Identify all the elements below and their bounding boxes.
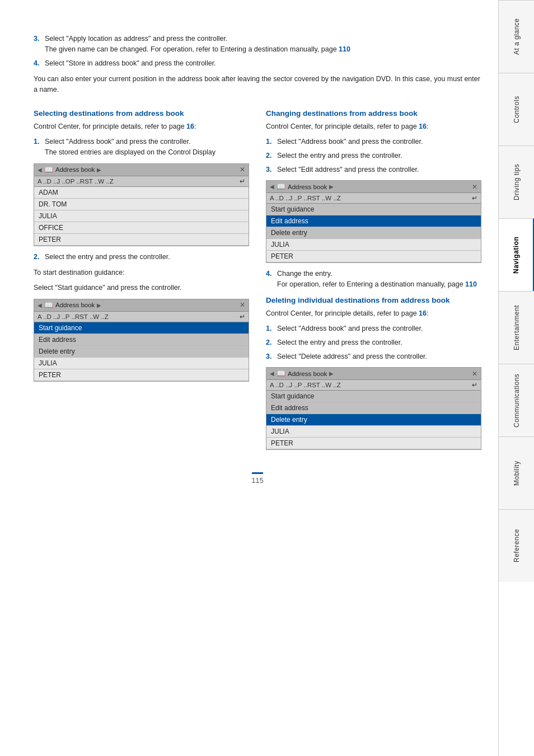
widget-2-title: Address book [55, 302, 95, 308]
widget-1-title: Address book [55, 166, 95, 173]
intro-step-3: 3. Select "Apply location as address" an… [34, 34, 481, 55]
right-column: Changing destinations from address book … [266, 109, 481, 456]
deleting-steps: 1. Select "Address book" and press the c… [266, 323, 481, 361]
widget-2-enter: ↵ [240, 313, 245, 321]
widget-1-row-peter[interactable]: PETER [34, 234, 249, 246]
widget-changing-header: ◀ 📖 Address book ▶ ✕ [266, 181, 481, 193]
widget-changing-row-peter[interactable]: PETER [266, 251, 481, 262]
widget-changing-title: Address book [288, 184, 327, 190]
widget-2-title-area: ◀ 📖 Address book ▶ [38, 301, 101, 309]
widget-2-book-icon: 📖 [44, 301, 53, 309]
widget-deleting-alpha-bar: A ..D ..J ..P ..RST ..W ..Z ↵ [266, 380, 481, 391]
widget-1-row-dr-tom[interactable]: DR. TOM [34, 199, 249, 210]
widget-deleting-row-start-guidance[interactable]: Start guidance [266, 391, 481, 402]
widget-1-alpha-bar: A ..D ..J ..OP ..RST ..W ..Z ↵ [34, 176, 249, 187]
widget-1-enter: ↵ [240, 177, 245, 185]
selecting-step2-list: 2. Select the entry and press the contro… [34, 252, 249, 262]
widget-changing-row-start-guidance[interactable]: Start guidance [266, 204, 481, 215]
widget-deleting-left-arrow: ◀ [270, 370, 274, 377]
widget-changing-left-arrow: ◀ [270, 184, 274, 190]
widget-2-row-peter[interactable]: PETER [34, 369, 249, 381]
address-book-widget-2: ◀ 📖 Address book ▶ ✕ A ..D ..J ..P ..RST… [34, 299, 249, 382]
widget-deleting-row-delete-entry[interactable]: Delete entry [266, 414, 481, 426]
widget-changing-row-edit-address[interactable]: Edit address [266, 215, 481, 227]
left-column: Selecting destinations from address book… [34, 109, 249, 456]
widget-changing-close[interactable]: ✕ [472, 183, 477, 191]
tab-at-a-glance[interactable]: At a glance [499, 0, 534, 73]
step-3-text: Select "Apply location as address" and p… [45, 34, 481, 55]
widget-changing-book-icon: 📖 [277, 182, 285, 191]
widget-changing-alpha-bar: A ..D ..J ..P ..RST ..W ..Z ↵ [266, 193, 481, 204]
start-guidance-text-2: Select "Start guidance" and press the co… [34, 283, 249, 293]
selecting-steps: 1. Select "Address book" and press the c… [34, 137, 249, 158]
widget-deleting-row-julia[interactable]: JULIA [266, 426, 481, 438]
deleting-step-2: 2. Select the entry and press the contro… [266, 337, 481, 348]
widget-changing-title-area: ◀ 📖 Address book ▶ [270, 182, 334, 191]
page-number: 115 [251, 476, 264, 485]
address-book-widget-deleting: ◀ 📖 Address book ▶ ✕ A ..D ..J ..P ..RST… [266, 367, 481, 450]
intro-section: 3. Select "Apply location as address" an… [34, 34, 481, 95]
page-divider [252, 472, 263, 474]
widget-1-title-area: ◀ 📖 Address book ▶ [38, 166, 101, 174]
widget-1-row-office[interactable]: OFFICE [34, 222, 249, 234]
intro-body: You can also enter your current position… [34, 74, 481, 95]
widget-2-body: Start guidance Edit address Delete entry… [34, 322, 249, 381]
changing-intro: Control Center, for principle details, r… [266, 121, 481, 132]
widget-2-left-arrow: ◀ [38, 302, 42, 308]
page-number-container: 115 [34, 472, 481, 485]
widget-2-close[interactable]: ✕ [240, 301, 245, 309]
widget-1-close[interactable]: ✕ [240, 166, 245, 173]
address-book-widget-1: ◀ 📖 Address book ▶ ✕ A ..D ..J ..OP ..RS… [34, 163, 249, 246]
step-4-text: Select "Store in address book" and press… [45, 58, 481, 69]
selecting-step-2-text: Select the entry and press the controlle… [45, 252, 249, 262]
widget-deleting-book-icon: 📖 [277, 369, 285, 378]
widget-2-row-start-guidance[interactable]: Start guidance [34, 322, 249, 334]
widget-deleting-title-area: ◀ 📖 Address book ▶ [270, 369, 334, 378]
deleting-heading: Deleting individual destinations from ad… [266, 295, 481, 306]
widget-1-alpha: A ..D ..J ..OP ..RST ..W ..Z [38, 178, 114, 185]
widget-deleting-enter: ↵ [472, 381, 477, 389]
widget-deleting-row-peter[interactable]: PETER [266, 438, 481, 449]
deleting-step-3: 3. Select "Delete address" and press the… [266, 351, 481, 362]
widget-deleting-header: ◀ 📖 Address book ▶ ✕ [266, 368, 481, 380]
changing-heading: Changing destinations from address book [266, 109, 481, 119]
tab-navigation[interactable]: Navigation [499, 218, 534, 291]
tab-reference[interactable]: Reference [499, 509, 534, 582]
tab-entertainment[interactable]: Entertainment [499, 291, 534, 364]
tab-mobility[interactable]: Mobility [499, 436, 534, 509]
widget-1-header: ◀ 📖 Address book ▶ ✕ [34, 164, 249, 176]
widget-deleting-close[interactable]: ✕ [472, 370, 477, 378]
widget-1-left-arrow: ◀ [38, 167, 42, 173]
widget-2-row-julia[interactable]: JULIA [34, 358, 249, 369]
widget-changing-row-julia[interactable]: JULIA [266, 239, 481, 251]
main-content: 3. Select "Apply location as address" an… [0, 0, 498, 756]
widget-2-row-edit-address[interactable]: Edit address [34, 334, 249, 346]
tab-communications[interactable]: Communications [499, 364, 534, 436]
selecting-step-2: 2. Select the entry and press the contro… [34, 252, 249, 262]
widget-2-alpha: A ..D ..J ..P ..RST ..W ..Z [38, 313, 109, 320]
widget-2-header: ◀ 📖 Address book ▶ ✕ [34, 299, 249, 312]
widget-deleting-alpha: A ..D ..J ..P ..RST ..W ..Z [270, 382, 341, 388]
widget-changing-row-delete-entry[interactable]: Delete entry [266, 227, 481, 239]
widget-changing-enter: ↵ [472, 194, 477, 202]
widget-changing-body: Start guidance Edit address Delete entry… [266, 204, 481, 262]
widget-1-row-adam[interactable]: ADAM [34, 187, 249, 199]
widget-deleting-title: Address book [288, 370, 327, 377]
widget-1-row-julia[interactable]: JULIA [34, 210, 249, 222]
tab-driving-tips[interactable]: Driving tips [499, 145, 534, 218]
deleting-intro: Control Center, for principle details, r… [266, 308, 481, 319]
selecting-heading: Selecting destinations from address book [34, 109, 249, 119]
widget-1-right-arrow: ▶ [97, 167, 101, 173]
selecting-step-1: 1. Select "Address book" and press the c… [34, 137, 249, 158]
changing-steps: 1. Select "Address book" and press the c… [266, 137, 481, 175]
sidebar-tabs: At a glance Controls Driving tips Naviga… [498, 0, 534, 756]
widget-2-row-delete-entry[interactable]: Delete entry [34, 346, 249, 358]
widget-changing-alpha: A ..D ..J ..P ..RST ..W ..Z [270, 195, 341, 201]
start-guidance-text-1: To start destination guidance: [34, 267, 249, 278]
intro-step-4: 4. Select "Store in address book" and pr… [34, 58, 481, 69]
changing-step-2: 2. Select the entry and press the contro… [266, 151, 481, 161]
tab-controls[interactable]: Controls [499, 73, 534, 145]
address-book-widget-changing: ◀ 📖 Address book ▶ ✕ A ..D ..J ..P ..RST… [266, 180, 481, 263]
widget-deleting-row-edit-address[interactable]: Edit address [266, 402, 481, 414]
widget-2-right-arrow: ▶ [97, 302, 101, 308]
